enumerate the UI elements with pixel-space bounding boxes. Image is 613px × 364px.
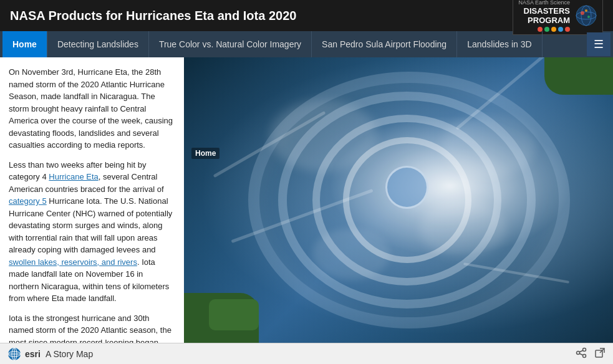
svg-line-14 [579,350,582,352]
nav-home[interactable]: Home [2,31,47,57]
land-mass-3 [544,57,613,95]
cloud-mass-3 [312,229,390,280]
link-hurricane-eta[interactable]: Hurricane Eta [49,172,98,181]
app-header: NASA Products for Hurricanes Eta and Iot… [0,0,613,31]
nav-landslides-3d[interactable]: Landslides in 3D [457,31,543,57]
nav-airport-flooding[interactable]: San Pedro Sula Airport Flooding [312,31,457,57]
footer-bar: esri A Story Map [0,343,613,364]
esri-globe-icon [7,347,21,361]
main-content: On November 3rd, Hurricane Eta, the 28th… [0,57,613,343]
logo-dots [538,27,570,32]
svg-point-0 [576,6,596,26]
link-category5[interactable]: category 5 [9,196,47,206]
svg-point-11 [583,348,586,351]
paragraph-1: On November 3rd, Hurricane Eta, the 28th… [9,66,175,151]
nav-bar: Home Detecting Landslides True Color vs.… [0,31,613,57]
nav-menu-button[interactable]: ☰ [587,32,611,56]
text-panel: On November 3rd, Hurricane Eta, the 28th… [0,57,184,343]
dot-red2 [565,27,570,32]
cloud-mass-1 [270,100,377,172]
cloud-mass-2 [420,200,506,257]
esri-label: esri [25,349,41,359]
dot-orange [551,27,556,32]
external-link-icon[interactable] [594,347,606,361]
dot-blue [558,27,563,32]
paragraph-3: Iota is the strongest hurricane and 30th… [9,312,175,343]
nasa-globe-icon [575,4,597,27]
link-swollen-lakes[interactable]: swollen lakes, reservoirs, and rivers [9,257,137,267]
share-icon[interactable] [576,347,587,361]
land-mass-2 [209,299,259,330]
footer-icons [576,347,606,361]
share-svg [576,347,587,358]
logo-icon-area [575,4,597,27]
dot-green [544,27,549,32]
svg-line-15 [579,353,582,355]
nasa-logo: NASA Earth ScienceDISASTERSPROGRAM [513,0,603,35]
nav-detecting-landslides[interactable]: Detecting Landslides [47,31,149,57]
svg-point-4 [587,16,590,18]
svg-point-3 [581,11,584,15]
hurricane-image-panel: Home [184,57,613,343]
svg-point-13 [583,354,586,357]
paragraph-2: Less than two weeks after being hit by c… [9,159,175,305]
svg-point-12 [577,351,580,354]
footer-left: esri A Story Map [7,347,93,361]
hurricane-label: Home [191,148,220,159]
logo-text: NASA Earth ScienceDISASTERSPROGRAM [518,0,570,26]
nav-true-color[interactable]: True Color vs. Natural Color Imagery [149,31,312,57]
cloud-mass-4 [442,115,536,178]
story-map-label: A Story Map [46,349,93,359]
esri-logo: esri [7,347,41,361]
logo-box: NASA Earth ScienceDISASTERSPROGRAM [513,0,603,35]
external-svg [594,347,606,358]
disasters-text: DISASTERSPROGRAM [524,6,570,26]
hurricane-visual: Home [184,57,613,343]
page-title: NASA Products for Hurricanes Eta and Iot… [10,9,296,23]
svg-point-5 [585,9,587,12]
hurricane-eye [385,166,428,209]
